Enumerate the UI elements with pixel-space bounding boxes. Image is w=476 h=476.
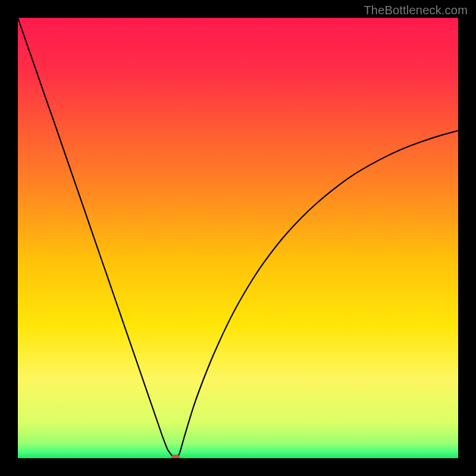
bottleneck-curve [18,18,458,458]
optimal-point-marker [171,455,180,458]
watermark-text: TheBottleneck.com [364,4,468,17]
plot-area [18,18,458,458]
chart-frame: TheBottleneck.com [0,0,476,476]
curve-layer [18,18,458,458]
